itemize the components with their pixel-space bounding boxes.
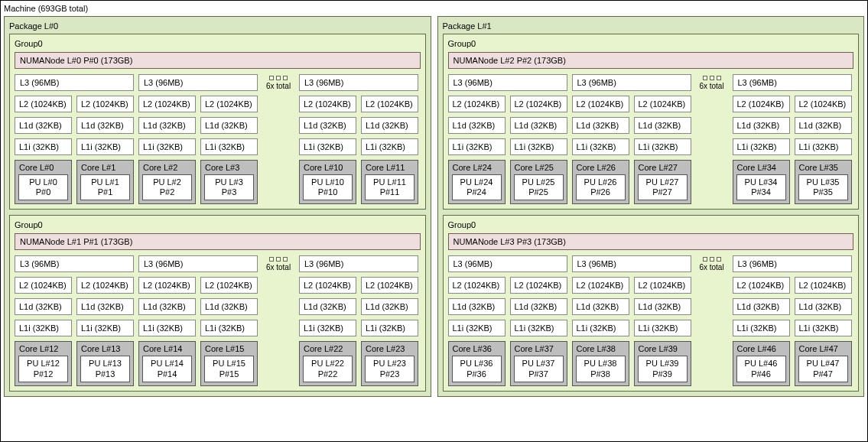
group-title: Group0	[15, 37, 421, 52]
l1d-cache: L1d (32KB)	[15, 117, 72, 134]
pu-label: PU L#12	[21, 359, 66, 369]
l1i-cache: L1i (32KB)	[138, 138, 196, 155]
package-title: Package L#0	[9, 20, 426, 34]
pu-label: PU L#46	[739, 359, 784, 369]
l1i-cache: L1i (32KB)	[361, 138, 418, 155]
l2-cache: L2 (1024KB)	[299, 96, 356, 112]
l1d-cache: L1d (32KB)	[76, 117, 134, 134]
core-section: L2 (1024KB)L1d (32KB)L1i (32KB)Core L#24…	[448, 96, 854, 204]
l1i-cache: L1i (32KB)	[733, 138, 790, 155]
l2-cache: L2 (1024KB)	[733, 277, 790, 294]
pu: PU L#35P#35	[798, 174, 848, 200]
l1i-cache: L1i (32KB)	[76, 320, 134, 336]
l1i-cache: L1i (32KB)	[572, 138, 629, 155]
l1d-cache: L1d (32KB)	[510, 298, 567, 315]
l1i-cache: L1i (32KB)	[572, 320, 629, 336]
core-title: Core L#27	[638, 163, 688, 174]
dot-icon	[283, 257, 288, 262]
pu-label: PU L#23	[367, 359, 412, 369]
core-column: L2 (1024KB)L1d (32KB)L1i (32KB)Core L#24…	[448, 96, 506, 204]
core-column: L2 (1024KB)L1d (32KB)L1i (32KB)Core L#36…	[448, 277, 506, 385]
dot-icon	[276, 257, 281, 262]
group-title: Group0	[15, 219, 421, 233]
l3-cache: L3 (96MB)	[15, 74, 134, 91]
core: Core L#14PU L#14P#14	[138, 341, 196, 385]
machine-title: Machine (693GB total)	[4, 2, 864, 16]
machine: Machine (693GB total) Package L#0Group0N…	[0, 0, 868, 442]
core-title: Core L#47	[798, 344, 848, 356]
l1i-cache: L1i (32KB)	[510, 320, 567, 336]
l1i-cache: L1i (32KB)	[200, 138, 258, 155]
l3-cache: L3 (96MB)	[448, 74, 567, 91]
core-section: L2 (1024KB)L1d (32KB)L1i (32KB)Core L#12…	[15, 277, 421, 385]
l3-cache: L3 (96MB)	[572, 74, 691, 91]
l1i-cache: L1i (32KB)	[15, 138, 72, 155]
pu: PU L#11P#11	[365, 174, 414, 200]
pu-physical: P#35	[801, 187, 846, 197]
pu-physical: P#34	[739, 187, 784, 197]
core-pair: L2 (1024KB)L1d (32KB)L1i (32KB)Core L#46…	[733, 277, 852, 385]
core-title: Core L#24	[452, 163, 502, 174]
pu-physical: P#2	[145, 187, 190, 197]
core: Core L#34PU L#34P#34	[733, 160, 790, 204]
gap-spacer	[696, 96, 728, 204]
core-pair: L2 (1024KB)L1d (32KB)L1i (32KB)Core L#34…	[733, 96, 852, 204]
core-column: L2 (1024KB)L1d (32KB)L1i (32KB)Core L#10…	[299, 96, 356, 204]
l2-cache: L2 (1024KB)	[572, 96, 629, 112]
pu-label: PU L#37	[516, 359, 561, 369]
core-title: Core L#26	[576, 163, 626, 174]
l1i-cache: L1i (32KB)	[138, 320, 196, 336]
l2-cache: L2 (1024KB)	[448, 96, 506, 112]
l1d-cache: L1d (32KB)	[795, 298, 852, 315]
l2-cache: L2 (1024KB)	[795, 277, 852, 294]
core-title: Core L#0	[18, 163, 68, 174]
core-column: L2 (1024KB)L1d (32KB)L1i (32KB)Core L#47…	[795, 277, 852, 385]
l2-cache: L2 (1024KB)	[15, 277, 72, 294]
pu: PU L#14P#14	[142, 356, 192, 382]
multiplier-label: 6x total	[266, 263, 291, 271]
pu: PU L#3P#3	[204, 174, 254, 200]
core-column: L2 (1024KB)L1d (32KB)L1i (32KB)Core L#38…	[572, 277, 629, 385]
core-title: Core L#37	[514, 344, 564, 356]
pu-label: PU L#10	[305, 177, 350, 187]
l1d-cache: L1d (32KB)	[361, 298, 418, 315]
l1d-cache: L1d (32KB)	[634, 298, 691, 315]
l3-row: L3 (96MB)L3 (96MB)6x totalL3 (96MB)	[15, 255, 421, 272]
core-title: Core L#10	[303, 163, 353, 174]
multiplier-dots	[703, 76, 721, 80]
pu: PU L#25P#25	[514, 174, 564, 200]
l2-cache: L2 (1024KB)	[733, 96, 790, 112]
pu: PU L#37P#37	[514, 356, 564, 382]
multiplier: 6x total	[696, 76, 728, 90]
l1i-cache: L1i (32KB)	[733, 320, 790, 336]
pu-physical: P#37	[516, 369, 561, 379]
l2-cache: L2 (1024KB)	[510, 277, 567, 294]
l1d-cache: L1d (32KB)	[361, 117, 418, 134]
pu: PU L#13P#13	[80, 356, 130, 382]
pu-label: PU L#15	[206, 359, 252, 369]
pu: PU L#47P#47	[798, 356, 848, 382]
pu-label: PU L#25	[516, 177, 561, 187]
core-title: Core L#36	[452, 344, 502, 356]
core-pair: L2 (1024KB)L1d (32KB)L1i (32KB)Core L#2P…	[138, 96, 258, 204]
pu-physical: P#0	[21, 187, 66, 197]
group: Group0NUMANode L#2 P#2 (173GB)L3 (96MB)L…	[443, 34, 860, 210]
pu-physical: P#3	[206, 187, 252, 197]
pu-label: PU L#24	[454, 177, 499, 187]
package: Package L#1Group0NUMANode L#2 P#2 (173GB…	[437, 16, 865, 397]
core-title: Core L#1	[80, 163, 130, 174]
pu-label: PU L#27	[640, 177, 685, 187]
package: Package L#0Group0NUMANode L#0 P#0 (173GB…	[4, 16, 431, 397]
l2-cache: L2 (1024KB)	[795, 96, 852, 112]
pu: PU L#34P#34	[736, 174, 786, 200]
numa-node: NUMANode L#2 P#2 (173GB)	[448, 52, 854, 69]
pu-label: PU L#35	[801, 177, 846, 187]
l3-row: L3 (96MB)L3 (96MB)6x totalL3 (96MB)	[448, 74, 854, 91]
l2-cache: L2 (1024KB)	[448, 277, 506, 294]
l2-cache: L2 (1024KB)	[572, 277, 629, 294]
l3-cache: L3 (96MB)	[138, 74, 258, 91]
core-column: L2 (1024KB)L1d (32KB)L1i (32KB)Core L#3P…	[200, 96, 258, 204]
l3-cache: L3 (96MB)	[448, 255, 567, 272]
group: Group0NUMANode L#0 P#0 (173GB)L3 (96MB)L…	[9, 34, 426, 210]
group: Group0NUMANode L#1 P#1 (173GB)L3 (96MB)L…	[9, 215, 426, 391]
